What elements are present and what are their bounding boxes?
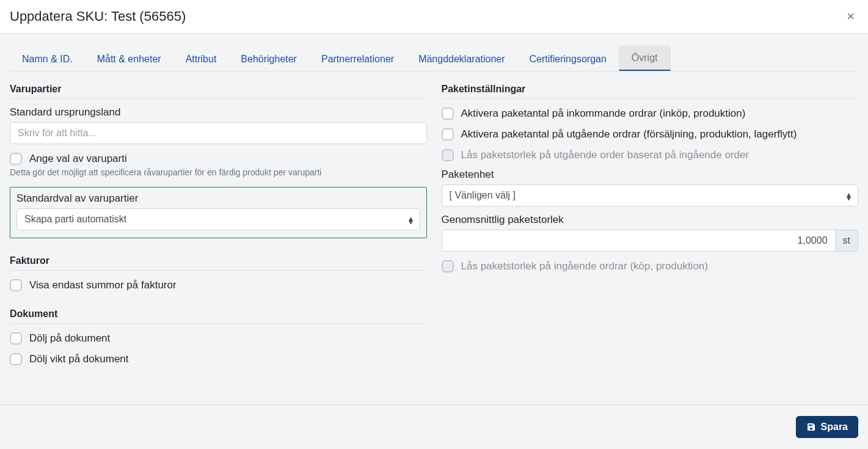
tab-behorigheter[interactable]: Behörigheter [228,48,309,71]
select-default-lot[interactable]: Skapa parti automatiskt [16,208,420,230]
checkbox-label: Aktivera paketantal på utgående ordrar (… [461,128,797,141]
tab-attribut[interactable]: Attribut [173,48,229,71]
checkbox-hide-on-docs[interactable]: Dölj på dokument [10,332,427,345]
right-column: Paketinställningar Aktivera paketantal p… [442,84,859,365]
label-origin-country: Standard ursprungsland [10,106,427,119]
modal-header: Uppdatera SKU: Test (56565) × [0,0,868,34]
checkbox-icon [10,279,22,291]
checkbox-label: Lås paketstorlek på ingående ordrar (köp… [461,260,708,272]
checkbox-show-totals[interactable]: Visa endast summor på fakturor [10,279,427,291]
save-button-label: Spara [821,422,848,433]
tab-partnerrelationer[interactable]: Partnerrelationer [309,48,406,71]
section-title-fakturor: Fakturor [10,255,427,271]
tab-ovrigt[interactable]: Övrigt [619,46,671,71]
save-button[interactable]: Spara [796,416,858,438]
modal-footer: Spara [0,404,868,449]
tab-certifieringsorgan[interactable]: Certifieringsorgan [517,48,619,71]
checkbox-enable-outgoing[interactable]: Aktivera paketantal på utgående ordrar (… [442,128,859,141]
help-allow-lot: Detta gör det möjligt att specificera rå… [10,167,427,177]
checkbox-label: Lås paketstorlek på utgående order baser… [461,149,749,161]
checkbox-icon [10,153,22,165]
checkbox-label: Visa endast summor på fakturor [29,279,177,291]
section-title-dokument: Dokument [10,308,427,324]
checkbox-label: Dölj på dokument [29,332,110,345]
checkbox-enable-incoming[interactable]: Aktivera paketantal på inkommande ordrar… [442,108,859,120]
close-icon: × [847,9,855,24]
label-default-lot: Standardval av varupartier [16,192,420,205]
section-title-paket: Paketinställningar [442,84,859,99]
checkbox-icon [442,149,454,161]
close-button[interactable]: × [843,9,858,24]
left-column: Varupartier Standard ursprungsland Ange … [10,84,427,365]
checkbox-icon [442,260,454,272]
select-default-lot-value: Skapa parti automatiskt [16,208,420,230]
checkbox-icon [442,108,454,120]
modal-body: Namn & ID. Mått & enheter Attribut Behör… [0,34,868,404]
checkbox-icon [10,332,22,345]
tab-mangddeklarationer[interactable]: Mängddeklarationer [406,48,517,71]
avg-size-input[interactable] [442,230,836,252]
select-package-unit[interactable]: [ Vänligen välj ] [442,184,859,206]
checkbox-hide-weight[interactable]: Dölj vikt på dokument [10,353,427,365]
checkbox-allow-lot[interactable]: Ange val av varuparti [10,153,427,165]
tab-bar: Namn & ID. Mått & enheter Attribut Behör… [10,46,858,71]
modal-update-sku: Uppdatera SKU: Test (56565) × Namn & ID.… [0,0,868,449]
label-avg-size: Genomsnittlig paketstorlek [442,214,859,226]
checkbox-label: Dölj vikt på dokument [29,353,129,365]
section-title-varupartier: Varupartier [10,84,427,99]
checkbox-icon [442,128,454,141]
checkbox-label: Aktivera paketantal på inkommande ordrar… [461,108,746,120]
group-default-lot: Standardval av varupartier Skapa parti a… [10,187,427,238]
label-package-unit: Paketenhet [442,169,859,181]
tab-namn-id[interactable]: Namn & ID. [10,48,85,71]
origin-country-input[interactable] [10,122,427,144]
modal-title: Uppdatera SKU: Test (56565) [10,9,186,24]
checkbox-lock-outgoing: Lås paketstorlek på utgående order baser… [442,149,859,161]
checkbox-label: Ange val av varuparti [29,153,127,165]
checkbox-icon [10,353,22,365]
avg-size-unit: st [836,230,858,252]
tab-matt-enheter[interactable]: Mått & enheter [85,48,173,71]
input-group-avg-size: st [442,230,859,252]
save-icon [806,422,816,432]
select-package-unit-value: [ Vänligen välj ] [442,184,859,206]
checkbox-lock-incoming: Lås paketstorlek på ingående ordrar (köp… [442,260,859,272]
form-columns: Varupartier Standard ursprungsland Ange … [10,84,858,365]
